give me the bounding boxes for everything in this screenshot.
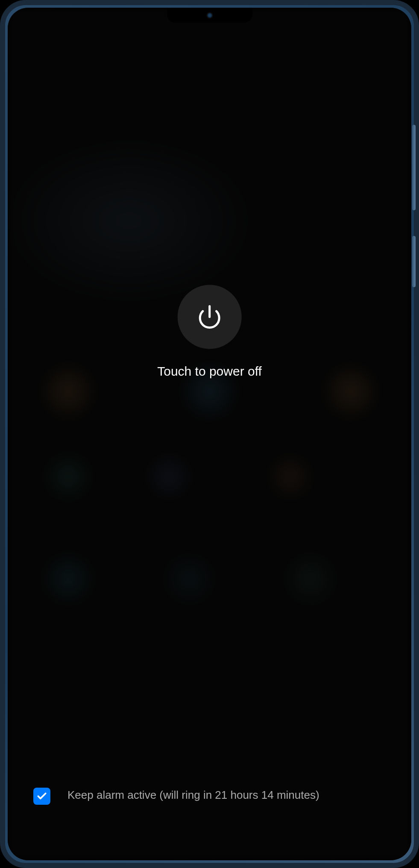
power-off-label: Touch to power off (157, 364, 262, 379)
notch (167, 8, 252, 23)
volume-button-physical (412, 236, 416, 287)
screen: Touch to power off Keep alarm active (wi… (8, 8, 411, 860)
phone-body: Touch to power off Keep alarm active (wi… (8, 8, 411, 860)
power-off-container: Touch to power off (157, 285, 262, 379)
power-icon (196, 304, 222, 330)
power-off-button[interactable] (177, 285, 241, 349)
phone-frame: Touch to power off Keep alarm active (wi… (0, 0, 419, 868)
front-camera (206, 12, 213, 19)
keep-alarm-checkbox[interactable] (33, 788, 50, 805)
checkmark-icon (36, 791, 47, 802)
keep-alarm-option[interactable]: Keep alarm active (will ring in 21 hours… (33, 788, 386, 805)
keep-alarm-label: Keep alarm active (will ring in 21 hours… (67, 788, 386, 803)
power-button-physical (412, 125, 416, 210)
dark-overlay[interactable] (8, 8, 411, 860)
